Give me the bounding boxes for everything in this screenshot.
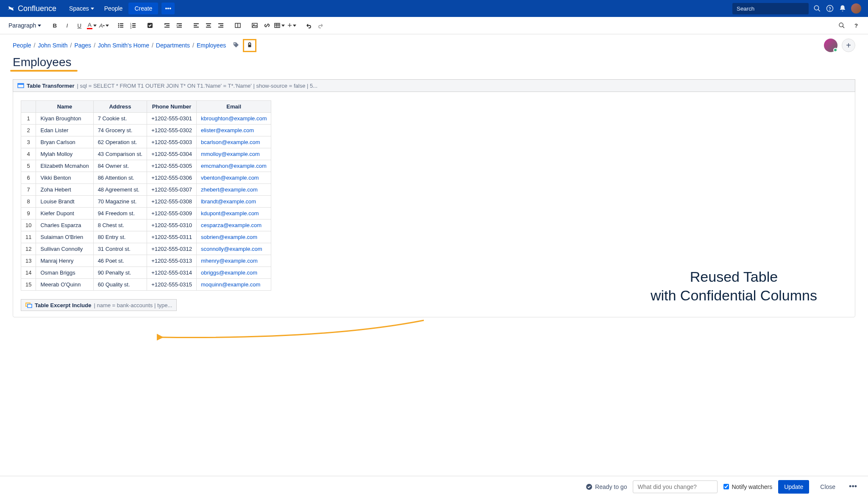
- table-row: 3Bryan Carlson62 Operation st.+1202-555-…: [21, 136, 271, 148]
- breadcrumb-link[interactable]: Employees: [197, 42, 226, 49]
- cell-name: Kiyan Broughton: [36, 113, 93, 125]
- align-left-button[interactable]: [190, 19, 202, 31]
- svg-line-41: [843, 26, 844, 28]
- page-title[interactable]: Employees: [13, 56, 72, 69]
- bullet-list-button[interactable]: [115, 19, 127, 31]
- cell-name: Louise Brandt: [36, 196, 93, 208]
- svg-text:3: 3: [130, 27, 132, 29]
- add-people-button[interactable]: +: [842, 39, 855, 52]
- text-color-button[interactable]: A: [86, 19, 97, 31]
- table-header-cell: Address: [93, 101, 147, 113]
- macro-params: | sql = SELECT * FROM T1 OUTER JOIN T* O…: [77, 83, 317, 89]
- svg-point-4: [118, 23, 120, 25]
- nav-people[interactable]: People: [100, 3, 127, 14]
- cell-address: 48 Agreement st.: [93, 184, 147, 196]
- cell-address: 60 Quality st.: [93, 279, 147, 291]
- cell-phone: +1202-555-0302: [147, 125, 197, 136]
- indent-button[interactable]: [173, 19, 185, 31]
- cell-email: vbenton@example.com: [196, 172, 271, 184]
- create-button[interactable]: Create: [128, 3, 158, 14]
- restrictions-button[interactable]: [243, 39, 256, 52]
- cell-address: 7 Cookie st.: [93, 113, 147, 125]
- email-link[interactable]: mmolloy@example.com: [201, 151, 260, 157]
- numbered-list-button[interactable]: 123: [127, 19, 139, 31]
- email-link[interactable]: vbenton@example.com: [201, 175, 259, 181]
- svg-rect-29: [218, 23, 223, 24]
- email-link[interactable]: elister@example.com: [201, 127, 254, 133]
- svg-rect-30: [220, 25, 223, 26]
- user-avatar[interactable]: [851, 3, 861, 14]
- find-button[interactable]: [836, 19, 848, 31]
- email-link[interactable]: obriggs@example.com: [201, 269, 257, 276]
- email-link[interactable]: emcmahon@example.com: [201, 163, 267, 169]
- cell-email: mmolloy@example.com: [196, 148, 271, 160]
- redo-button[interactable]: [315, 19, 327, 31]
- align-center-button[interactable]: [203, 19, 214, 31]
- cell-email: sconnolly@example.com: [196, 243, 271, 255]
- product-name: Confluence: [18, 4, 56, 13]
- cell-address: 74 Grocery st.: [93, 125, 147, 136]
- row-index: 9: [21, 208, 36, 219]
- email-link[interactable]: lbrandt@example.com: [201, 198, 256, 205]
- insert-more-button[interactable]: +: [286, 19, 298, 31]
- help-button[interactable]: ?: [850, 19, 862, 31]
- search-input[interactable]: [732, 3, 809, 14]
- more-formatting-button[interactable]: A•: [98, 19, 110, 31]
- cell-address: 31 Control st.: [93, 243, 147, 255]
- breadcrumb-link[interactable]: People: [13, 42, 31, 49]
- underline-button[interactable]: U: [73, 19, 85, 31]
- link-button[interactable]: [261, 19, 273, 31]
- cell-phone: +1202-555-0314: [147, 267, 197, 279]
- help-icon[interactable]: [826, 4, 834, 13]
- paragraph-style-select[interactable]: Paragraph: [6, 20, 44, 31]
- breadcrumb-link[interactable]: Departments: [156, 42, 190, 49]
- cell-address: 70 Magazine st.: [93, 196, 147, 208]
- nav-more-button[interactable]: •••: [161, 3, 175, 14]
- top-nav: Confluence Spaces People Create •••: [0, 0, 868, 17]
- email-link[interactable]: sobrien@example.com: [201, 234, 257, 240]
- cell-phone: +1202-555-0301: [147, 113, 197, 125]
- confluence-logo[interactable]: Confluence: [7, 4, 56, 13]
- task-list-button[interactable]: [144, 19, 156, 31]
- svg-rect-23: [194, 23, 199, 24]
- notifications-icon[interactable]: [838, 4, 847, 13]
- tag-icon[interactable]: [233, 42, 239, 50]
- breadcrumb-link[interactable]: John Smith: [38, 42, 67, 49]
- confluence-icon: [7, 4, 15, 13]
- outdent-button[interactable]: [161, 19, 173, 31]
- svg-rect-43: [248, 44, 251, 47]
- editor-toolbar: Paragraph B I U A A• 123 + ?: [0, 17, 868, 34]
- email-link[interactable]: kdupont@example.com: [201, 210, 259, 217]
- svg-rect-15: [132, 27, 136, 28]
- email-link[interactable]: sconnolly@example.com: [201, 246, 262, 252]
- breadcrumb-link[interactable]: Pages: [74, 42, 91, 49]
- page-author-avatar[interactable]: [824, 39, 837, 52]
- layout-button[interactable]: [232, 19, 244, 31]
- breadcrumb-link[interactable]: John Smith's Home: [98, 42, 149, 49]
- email-link[interactable]: kbroughton@example.com: [201, 115, 267, 122]
- row-index: 8: [21, 196, 36, 208]
- email-link[interactable]: cesparza@example.com: [201, 222, 262, 228]
- table-excerpt-include-macro[interactable]: Table Excerpt Include | name = bank-acco…: [21, 299, 177, 311]
- align-right-button[interactable]: [215, 19, 227, 31]
- nav-spaces[interactable]: Spaces: [65, 3, 98, 14]
- email-link[interactable]: moquinn@example.com: [201, 281, 260, 288]
- email-link[interactable]: bcarlson@example.com: [201, 139, 260, 145]
- cell-email: kbroughton@example.com: [196, 113, 271, 125]
- cell-name: Charles Esparza: [36, 219, 93, 231]
- table-header-cell: Name: [36, 101, 93, 113]
- email-link[interactable]: zhebert@example.com: [201, 186, 258, 193]
- macro-header[interactable]: Table Transformer | sql = SELECT * FROM …: [13, 79, 855, 92]
- cell-name: Edan Lister: [36, 125, 93, 136]
- cell-phone: +1202-555-0305: [147, 160, 197, 172]
- italic-button[interactable]: I: [61, 19, 73, 31]
- svg-rect-34: [252, 23, 257, 28]
- bold-button[interactable]: B: [49, 19, 61, 31]
- undo-button[interactable]: [303, 19, 314, 31]
- cell-phone: +1202-555-0311: [147, 231, 197, 243]
- table-button[interactable]: [273, 19, 285, 31]
- cell-address: 94 Freedom st.: [93, 208, 147, 219]
- image-button[interactable]: [249, 19, 261, 31]
- search-icon[interactable]: [813, 4, 821, 13]
- email-link[interactable]: mhenry@example.com: [201, 258, 258, 264]
